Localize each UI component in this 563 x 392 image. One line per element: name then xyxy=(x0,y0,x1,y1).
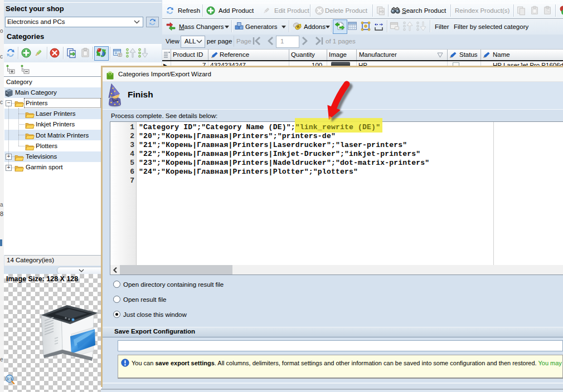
svg-text:1:1: 1:1 xyxy=(7,377,12,381)
